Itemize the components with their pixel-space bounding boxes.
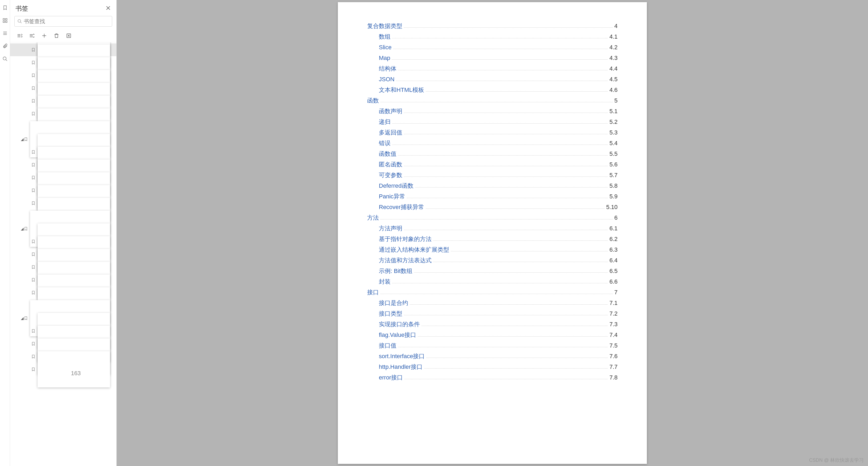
toc-number: 6.1: [609, 223, 618, 234]
chevron-down-icon[interactable]: ◢: [21, 227, 24, 231]
bookmark-icon: [31, 201, 35, 205]
toc-link[interactable]: 递归: [379, 116, 391, 127]
toc-link[interactable]: 匿名函数: [379, 159, 402, 170]
toc-dots: [426, 91, 608, 92]
toc-dots: [393, 49, 608, 49]
toc-row: 接口值7.5: [367, 340, 618, 351]
add-bookmark-icon[interactable]: [41, 32, 48, 39]
bookmark-tree[interactable]: 命名40声明42变量44赋值52类型56包和文件59作用域65◢基础数据类型70…: [10, 42, 117, 466]
toc-row: 结构体4.4: [367, 63, 618, 74]
toc-link[interactable]: http.Handler接口: [379, 362, 423, 372]
toc-link[interactable]: 封装: [379, 276, 391, 287]
toc-link[interactable]: 函数值: [379, 148, 397, 159]
bookmark-icon: [31, 99, 35, 103]
toc-number: 5.2: [609, 116, 618, 127]
toc-row: 通过嵌入结构体来扩展类型6.3: [367, 244, 618, 255]
toc-number: 6.4: [609, 255, 618, 266]
toc-dots: [392, 123, 608, 124]
search-icon[interactable]: [2, 56, 8, 62]
search-input[interactable]: [24, 19, 109, 25]
toc-dots: [404, 27, 613, 28]
toc-link[interactable]: JSON: [379, 74, 395, 85]
toc-link[interactable]: 可变参数: [379, 170, 402, 180]
toc-link[interactable]: Deferred函数: [379, 180, 413, 191]
bookmark-item[interactable]: 错误163: [10, 363, 117, 376]
bookmark-icon: [31, 291, 35, 295]
toc-link[interactable]: 接口类型: [379, 308, 402, 319]
toc-number: 5.10: [606, 202, 618, 212]
toc-number: 7.6: [609, 351, 618, 362]
toc-row: sort.Interface接口7.6: [367, 351, 618, 362]
toc-link[interactable]: Map: [379, 53, 390, 63]
toc-number: 5.1: [609, 106, 618, 116]
toc-link[interactable]: 结构体: [379, 63, 397, 74]
toc-link[interactable]: 通过嵌入结构体来扩展类型: [379, 244, 449, 255]
toc-row: 文本和HTML模板4.6: [367, 85, 618, 95]
toc-link[interactable]: 示例: Bit数组: [379, 266, 412, 276]
toc-number: 5: [614, 95, 618, 106]
toc-number: 6: [614, 212, 618, 223]
toc-number: 6.3: [609, 244, 618, 255]
toc-row: 匿名函数5.6: [367, 159, 618, 170]
chevron-down-icon[interactable]: ◢: [21, 316, 24, 320]
toc-row: http.Handler接口7.7: [367, 362, 618, 372]
attach-icon[interactable]: [2, 43, 8, 49]
toc-link[interactable]: 文本和HTML模板: [379, 85, 424, 95]
toc-dots: [392, 144, 608, 145]
toc-link[interactable]: 函数声明: [379, 106, 402, 116]
toc-number: 6.5: [609, 266, 618, 276]
toc-row: flag.Value接口7.4: [367, 330, 618, 340]
toc-link[interactable]: 接口值: [379, 340, 397, 351]
bookmark-icon: [31, 73, 35, 77]
toc-link[interactable]: Panic异常: [379, 191, 405, 202]
icon-rail: [0, 0, 10, 466]
toc-number: 7: [614, 287, 618, 298]
close-icon[interactable]: [105, 5, 111, 12]
toc-number: 6.2: [609, 234, 618, 244]
toc-dots: [433, 240, 608, 241]
toc-link[interactable]: Slice: [379, 42, 392, 53]
toc-row: 函数值5.5: [367, 148, 618, 159]
toc-row: 函数5: [367, 95, 618, 106]
bookmark-icon: [31, 367, 35, 371]
toc-number: 7.2: [609, 308, 618, 319]
toc-link[interactable]: 基于指针对象的方法: [379, 234, 432, 244]
toc-row: 接口7: [367, 287, 618, 298]
toc-link[interactable]: 错误: [379, 138, 391, 148]
toc-link[interactable]: 复合数据类型: [367, 21, 402, 31]
document-viewer[interactable]: 复合数据类型4数组4.1Slice4.2Map4.3结构体4.4JSON4.5文…: [117, 0, 868, 466]
expand-all-icon[interactable]: [17, 32, 23, 39]
toc-link[interactable]: 方法值和方法表达式: [379, 255, 432, 266]
toc-row: 实现接口的条件7.3: [367, 319, 618, 330]
toc-number: 4.1: [609, 31, 618, 42]
search-input-wrap[interactable]: [14, 16, 112, 27]
toc-link[interactable]: 接口是合约: [379, 298, 408, 308]
toc-link[interactable]: 数组: [379, 31, 391, 42]
toc-number: 5.8: [609, 180, 618, 191]
toc-link[interactable]: sort.Interface接口: [379, 351, 425, 362]
toc-number: 5.6: [609, 159, 618, 170]
clear-icon[interactable]: [66, 32, 72, 39]
toc-link[interactable]: error接口: [379, 372, 403, 383]
toc-link[interactable]: Recover捕获异常: [379, 202, 424, 212]
bookmark-icon: [31, 48, 35, 52]
toc-row: Map4.3: [367, 53, 618, 63]
delete-icon[interactable]: [53, 32, 60, 39]
toc-dots: [426, 208, 604, 209]
toc-link[interactable]: 方法声明: [379, 223, 402, 234]
chevron-down-icon[interactable]: ◢: [21, 137, 24, 141]
toc-link[interactable]: 多返回值: [379, 127, 402, 138]
list-icon[interactable]: [2, 30, 8, 36]
toc-link[interactable]: 方法: [367, 212, 379, 223]
toc-link[interactable]: 实现接口的条件: [379, 319, 420, 330]
toc-row: 方法声明6.1: [367, 223, 618, 234]
svg-rect-1: [5, 19, 7, 20]
toc-link[interactable]: 接口: [367, 287, 379, 298]
collapse-all-icon[interactable]: [29, 32, 35, 39]
toc-link[interactable]: flag.Value接口: [379, 330, 416, 340]
grid-icon[interactable]: [2, 18, 8, 24]
toc-link[interactable]: 函数: [367, 95, 379, 106]
bookmark-icon: [31, 239, 35, 244]
bookmark-tab-icon[interactable]: [2, 5, 8, 11]
toc-number: 4.3: [609, 53, 618, 63]
